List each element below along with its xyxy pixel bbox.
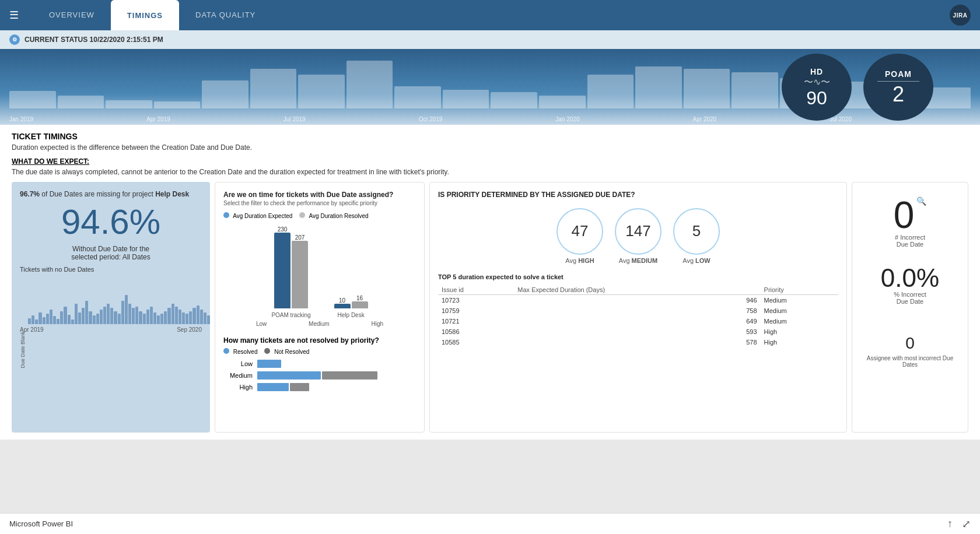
mini-bar bbox=[139, 311, 142, 324]
expand-icon[interactable]: ⤢ bbox=[962, 518, 971, 531]
mini-bar bbox=[85, 301, 88, 324]
mini-bar bbox=[46, 314, 49, 324]
mini-bar bbox=[197, 305, 200, 324]
mini-bar bbox=[178, 310, 181, 324]
mini-bar bbox=[186, 314, 188, 324]
incorrect-count: 0 bbox=[894, 196, 915, 234]
mini-bar bbox=[167, 308, 170, 324]
footer-icons: ↑ ⤢ bbox=[947, 518, 971, 531]
mini-bar bbox=[125, 295, 128, 324]
mini-bar bbox=[68, 315, 71, 324]
h-bar-seg-high-not bbox=[290, 383, 309, 391]
top5-table: Issue id Max Expected Duration (Days) Pr… bbox=[438, 285, 838, 347]
bar-hd-resolved bbox=[352, 301, 368, 308]
legend-dot-resolved bbox=[299, 212, 305, 218]
h-bar-legend: Resolved Not Resolved bbox=[223, 348, 416, 355]
panel-ontime: Are we on time for tickets with Due Date… bbox=[215, 182, 425, 433]
col-priority: Priority bbox=[761, 285, 838, 295]
panel-due-dates: 96.7% of Due Dates are missing for proje… bbox=[12, 182, 210, 433]
ontime-title: Are we on time for tickets with Due Date… bbox=[223, 191, 416, 199]
mini-bar bbox=[93, 315, 96, 324]
mini-bar bbox=[43, 317, 46, 324]
mini-bar bbox=[204, 312, 206, 324]
incorrect-count-label: # Incorrect Due Date bbox=[895, 234, 925, 248]
assignee-label: Assignee with most incorrect Due Dates bbox=[860, 355, 960, 368]
mini-bar bbox=[64, 307, 66, 324]
mini-bar bbox=[175, 307, 178, 324]
footer: Microsoft Power BI ↑ ⤢ bbox=[0, 513, 980, 534]
mini-bar bbox=[107, 304, 110, 324]
mini-bar bbox=[32, 315, 34, 324]
timeline-bar bbox=[684, 69, 730, 108]
assignee-count: 0 bbox=[905, 334, 915, 353]
incorrect-pct-row: 0.0% bbox=[881, 265, 939, 291]
main-content: TICKET TIMINGS Duration expected is the … bbox=[0, 125, 980, 440]
mini-bar bbox=[143, 314, 146, 324]
h-bar-row-low: Low bbox=[223, 360, 416, 368]
h-bar-track-high bbox=[257, 383, 416, 391]
ticket-timings-desc: Duration expected is the difference betw… bbox=[12, 143, 968, 152]
tab-data-quality[interactable]: DATA QUALITY bbox=[179, 0, 272, 30]
bar-hd-label: Help Desk bbox=[338, 312, 365, 318]
bar-poam-resolved bbox=[292, 241, 308, 308]
mini-bar bbox=[200, 310, 203, 324]
mini-chart-date-labels: Apr 2019 Sep 2020 bbox=[20, 326, 202, 333]
hd-badge: HD 〜∿〜 90 bbox=[782, 54, 852, 121]
priority-title: IS PRIORITY DETERMINED BY THE ASSIGNED D… bbox=[438, 191, 838, 200]
mini-bar bbox=[89, 311, 92, 324]
timeline-bar bbox=[346, 61, 393, 108]
jira-logo: JIRA bbox=[950, 5, 971, 26]
mini-bar bbox=[160, 314, 163, 324]
mini-bar bbox=[121, 301, 124, 324]
h-bar-seg-high-resolved bbox=[257, 383, 289, 391]
mini-bar bbox=[35, 319, 38, 324]
mini-bar bbox=[103, 307, 106, 324]
mini-bar bbox=[192, 308, 195, 324]
priority-circle-medium: 147 Avg MEDIUM bbox=[615, 208, 662, 264]
mini-bar bbox=[78, 312, 81, 324]
ontime-subtitle: Select the filter to check the performan… bbox=[223, 200, 416, 206]
timeline-bar bbox=[635, 66, 682, 108]
timeline-bar bbox=[298, 75, 345, 108]
mini-bar bbox=[60, 311, 63, 324]
timeline-bar bbox=[154, 101, 201, 108]
mini-bar bbox=[182, 312, 185, 324]
poam-label: POAM bbox=[885, 69, 912, 79]
mini-bar bbox=[28, 318, 31, 324]
mini-bar bbox=[38, 312, 41, 324]
timeline-labels: Jan 2019 Apr 2019 Jul 2019 Oct 2019 Jan … bbox=[9, 116, 852, 122]
share-icon[interactable]: ↑ bbox=[947, 518, 953, 531]
what-expect-desc: The due date is always completed, cannot… bbox=[12, 168, 968, 176]
hamburger-menu[interactable]: ☰ bbox=[9, 9, 19, 22]
timeline-bar bbox=[58, 96, 104, 108]
timeline-bar bbox=[587, 75, 634, 108]
tab-timings[interactable]: TIMINGS bbox=[111, 0, 179, 30]
vertical-bar-chart: 230 207 POAM tracking 10 bbox=[223, 225, 416, 318]
table-row: 10721649Medium bbox=[438, 316, 838, 326]
bar-hd-expected bbox=[334, 304, 351, 308]
h-legend-dot-not-resolved bbox=[264, 348, 270, 354]
hd-value: 90 bbox=[806, 89, 827, 107]
tab-overview[interactable]: OVERVIEW bbox=[33, 0, 111, 30]
table-row: 10585578High bbox=[438, 337, 838, 347]
table-row: 10759758Medium bbox=[438, 305, 838, 316]
incorrect-pct-label: % Incorrect Due Date bbox=[894, 291, 926, 305]
poam-badge: POAM 2 bbox=[863, 54, 933, 121]
mini-bar bbox=[82, 308, 85, 324]
legend-item-expected: Avg Duration Expected bbox=[223, 212, 292, 219]
due-dates-big-pct: 94.6% bbox=[20, 203, 202, 241]
bar-group-poam: 230 207 POAM tracking bbox=[271, 226, 310, 318]
panel-incorrect: 0 🔍 # Incorrect Due Date 0.0% % Incorrec… bbox=[852, 182, 968, 433]
timeline-bar bbox=[250, 69, 297, 108]
search-icon[interactable]: 🔍 bbox=[916, 196, 926, 206]
mini-chart-container: Due Date Blank Apr 2019 Sep 2020 bbox=[20, 275, 202, 424]
h-bar-seg-medium-resolved bbox=[257, 371, 321, 380]
mini-bar bbox=[189, 311, 192, 324]
mini-bar bbox=[135, 307, 138, 324]
mini-bar bbox=[118, 314, 121, 324]
x-axis-labels: Low Medium High bbox=[223, 321, 416, 327]
status-bar: ⚙ CURRENT STATUS 10/22/2020 2:15:51 PM bbox=[0, 30, 980, 49]
panel-priority: IS PRIORITY DETERMINED BY THE ASSIGNED D… bbox=[429, 182, 847, 433]
timeline-bar bbox=[539, 96, 586, 108]
mini-bar bbox=[207, 315, 210, 324]
